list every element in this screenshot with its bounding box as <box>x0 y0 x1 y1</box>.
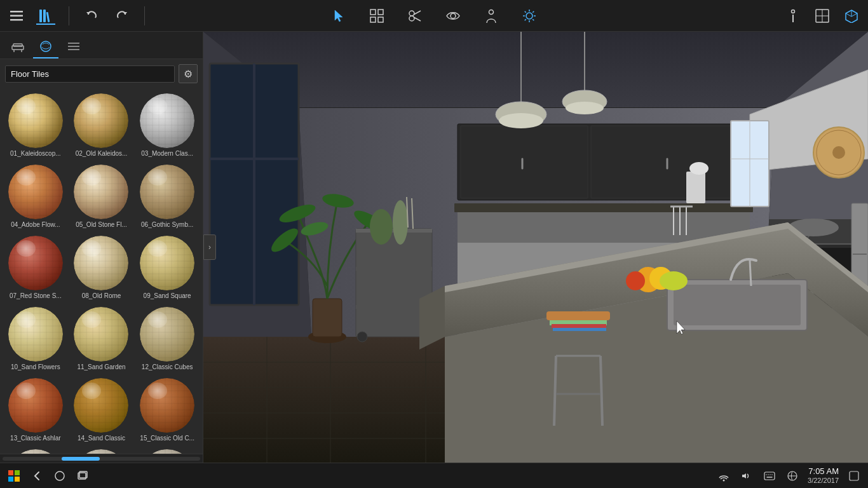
svg-point-133 <box>499 113 543 128</box>
material-sphere-10 <box>8 307 63 362</box>
keyboard-icon[interactable] <box>762 468 777 484</box>
grid-icon[interactable] <box>368 7 386 25</box>
material-item-1[interactable]: 01_Kaleidoscop... <box>4 91 67 159</box>
svg-rect-85 <box>591 126 747 198</box>
volume-icon[interactable] <box>739 468 754 484</box>
material-name-1: 01_Kaleidoscop... <box>10 150 61 157</box>
material-item-3[interactable]: 03_Modern Clas... <box>135 91 199 159</box>
panel-tabs <box>0 32 203 59</box>
svg-rect-90 <box>454 203 753 212</box>
material-name-8: 08_Old Rome <box>82 292 121 299</box>
svg-rect-3 <box>39 10 42 22</box>
expand-panel-button[interactable]: › <box>203 234 216 260</box>
material-sphere-18 <box>140 449 194 454</box>
material-name-5: 05_Old Stone Fl... <box>76 221 127 228</box>
layout-icon[interactable] <box>813 7 831 25</box>
material-sphere-17 <box>74 449 128 454</box>
panel-scrollbar[interactable] <box>0 454 203 463</box>
svg-point-78 <box>393 200 408 245</box>
start-button[interactable] <box>6 468 22 484</box>
home-button[interactable] <box>52 468 67 484</box>
language-icon[interactable] <box>785 468 800 484</box>
tab-list[interactable] <box>61 36 86 58</box>
toolbar-center-icons <box>330 7 538 25</box>
category-dropdown[interactable]: Floor TilesWall TilesCarpetsWood FloorsS… <box>5 65 175 83</box>
svg-rect-64 <box>211 160 253 304</box>
redo-icon[interactable] <box>112 7 130 25</box>
sun-icon[interactable] <box>520 7 538 25</box>
material-item-12[interactable]: 12_Classic Cubes <box>135 304 199 373</box>
cursor-icon[interactable] <box>330 7 348 25</box>
material-item-17[interactable] <box>70 447 133 454</box>
svg-rect-6 <box>370 10 376 15</box>
category-bar: Floor TilesWall TilesCarpetsWood FloorsS… <box>0 59 203 88</box>
material-item-8[interactable]: 08_Old Rome <box>70 233 133 302</box>
material-item-9[interactable]: 09_Sand Square <box>135 233 199 302</box>
menu-icon[interactable] <box>8 7 25 25</box>
material-sphere-1 <box>8 93 63 148</box>
cube-icon[interactable] <box>843 7 860 25</box>
svg-rect-91 <box>686 172 705 203</box>
material-name-12: 12_Classic Cubes <box>142 363 193 370</box>
svg-rect-75 <box>356 267 432 271</box>
material-item-11[interactable]: 11_Sand Garden <box>70 304 133 373</box>
person-icon[interactable] <box>482 7 500 25</box>
info-icon[interactable] <box>784 7 802 25</box>
material-item-2[interactable]: 02_Old Kaleidos... <box>70 91 133 159</box>
svg-point-16 <box>526 13 532 19</box>
tab-furniture[interactable] <box>5 36 31 58</box>
tab-materials[interactable] <box>33 36 58 58</box>
svg-rect-63 <box>255 65 297 158</box>
material-item-16[interactable] <box>4 447 67 454</box>
svg-point-11 <box>409 16 414 21</box>
material-item-6[interactable]: 06_Gothic Symb... <box>135 162 199 231</box>
taskbar: 7:05 AM 3/22/2017 <box>0 463 868 488</box>
material-sphere-15 <box>140 378 194 433</box>
material-sphere-2 <box>74 93 128 148</box>
window-button[interactable] <box>75 468 90 484</box>
material-item-18[interactable] <box>135 447 199 454</box>
settings-button[interactable]: ⚙ <box>179 64 198 83</box>
material-sphere-13 <box>8 378 63 433</box>
viewport[interactable]: › <box>203 32 868 463</box>
scrollbar-thumb[interactable] <box>62 457 100 461</box>
library-icon[interactable] <box>37 7 55 25</box>
material-name-2: 02_Old Kaleidos... <box>76 150 128 157</box>
network-icon[interactable] <box>716 468 731 484</box>
svg-point-81 <box>357 332 367 342</box>
material-name-11: 11_Sand Garden <box>77 363 125 370</box>
svg-point-25 <box>792 10 795 13</box>
svg-rect-157 <box>850 471 858 480</box>
scissors-icon[interactable] <box>406 7 424 25</box>
material-name-13: 13_Classic Ashlar <box>10 435 60 442</box>
toolbar-separator-1 <box>69 6 69 25</box>
svg-rect-148 <box>742 475 744 477</box>
svg-rect-0 <box>10 11 23 13</box>
material-item-5[interactable]: 05_Old Stone Fl... <box>70 162 133 231</box>
material-item-13[interactable]: 13_Classic Ashlar <box>4 376 67 444</box>
eye-icon[interactable] <box>444 7 462 25</box>
svg-point-136 <box>566 102 604 114</box>
svg-rect-142 <box>8 477 13 482</box>
svg-rect-141 <box>15 470 20 475</box>
taskbar-right: 7:05 AM 3/22/2017 <box>716 466 862 485</box>
material-item-4[interactable]: 04_Adobe Flow... <box>4 162 67 231</box>
material-sphere-9 <box>140 236 194 290</box>
scrollbar-track[interactable] <box>3 457 200 461</box>
svg-point-122 <box>626 271 645 290</box>
material-sphere-7 <box>8 236 63 290</box>
svg-rect-149 <box>764 472 775 480</box>
material-name-7: 07_Red Stone S... <box>10 292 62 299</box>
material-sphere-6 <box>140 165 194 219</box>
back-button[interactable] <box>29 468 44 484</box>
svg-rect-125 <box>552 324 606 328</box>
svg-point-92 <box>689 162 709 175</box>
material-item-10[interactable]: 10_Sand Flowers <box>4 304 67 373</box>
material-item-7[interactable]: 07_Red Stone S... <box>4 233 67 302</box>
notification-icon[interactable] <box>846 468 862 484</box>
material-item-15[interactable]: 15_Classic Old C... <box>135 376 199 444</box>
undo-icon[interactable] <box>83 7 101 25</box>
material-item-14[interactable]: 14_Sand Classic <box>70 376 133 444</box>
material-sphere-16 <box>8 449 63 454</box>
kitchen-scene <box>203 32 868 463</box>
